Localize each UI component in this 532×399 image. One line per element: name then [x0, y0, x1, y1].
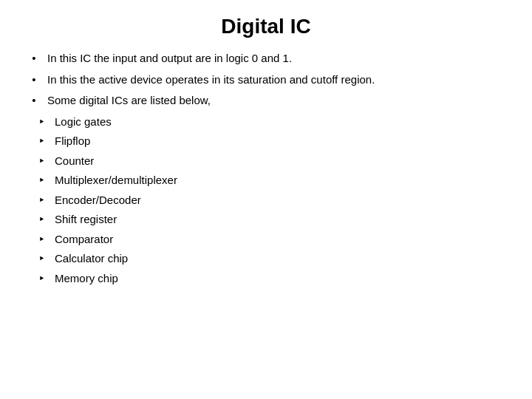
- arrow-symbol: ‣: [34, 133, 49, 150]
- arrow-text: Shift register: [55, 211, 505, 228]
- list-item: ‣ Logic gates: [27, 114, 505, 131]
- bullet-text: Some digital ICs are listed below,: [47, 92, 505, 109]
- bullet-symbol: •: [27, 72, 41, 89]
- arrow-symbol: ‣: [34, 153, 49, 170]
- arrow-symbol: ‣: [34, 114, 49, 131]
- arrow-text: Encoder/Decoder: [55, 192, 505, 209]
- arrow-text: Flipflop: [55, 133, 505, 150]
- arrow-text: Memory chip: [55, 270, 505, 287]
- list-item: ‣ Counter: [27, 153, 505, 170]
- list-item: • In this the active device operates in …: [27, 72, 505, 89]
- arrow-symbol: ‣: [34, 231, 49, 248]
- content-area: • In this IC the input and output are in…: [27, 50, 505, 288]
- arrow-symbol: ‣: [34, 192, 49, 209]
- arrow-symbol: ‣: [34, 250, 49, 267]
- arrow-text: Multiplexer/demultiplexer: [55, 172, 505, 189]
- arrow-text: Calculator chip: [55, 250, 505, 267]
- bullet-symbol: •: [27, 50, 41, 67]
- list-item: ‣ Shift register: [27, 211, 505, 228]
- page: Digital IC • In this IC the input and ou…: [0, 0, 532, 399]
- arrow-symbol: ‣: [34, 172, 49, 189]
- bullet-symbol: •: [27, 92, 41, 109]
- list-item: ‣ Multiplexer/demultiplexer: [27, 172, 505, 189]
- list-item: • In this IC the input and output are in…: [27, 50, 505, 67]
- list-item: ‣ Memory chip: [27, 270, 505, 287]
- list-item: ‣ Comparator: [27, 231, 505, 248]
- list-item: ‣ Calculator chip: [27, 250, 505, 267]
- list-item: ‣ Encoder/Decoder: [27, 192, 505, 209]
- arrow-text: Comparator: [55, 231, 505, 248]
- page-title: Digital IC: [27, 15, 505, 38]
- list-item: ‣ Flipflop: [27, 133, 505, 150]
- arrow-symbol: ‣: [34, 211, 49, 228]
- arrow-text: Counter: [55, 153, 505, 170]
- arrow-symbol: ‣: [34, 270, 49, 287]
- bullet-text: In this the active device operates in it…: [47, 72, 505, 89]
- arrow-text: Logic gates: [55, 114, 505, 131]
- list-item: • Some digital ICs are listed below,: [27, 92, 505, 109]
- bullet-text: In this IC the input and output are in l…: [47, 50, 505, 67]
